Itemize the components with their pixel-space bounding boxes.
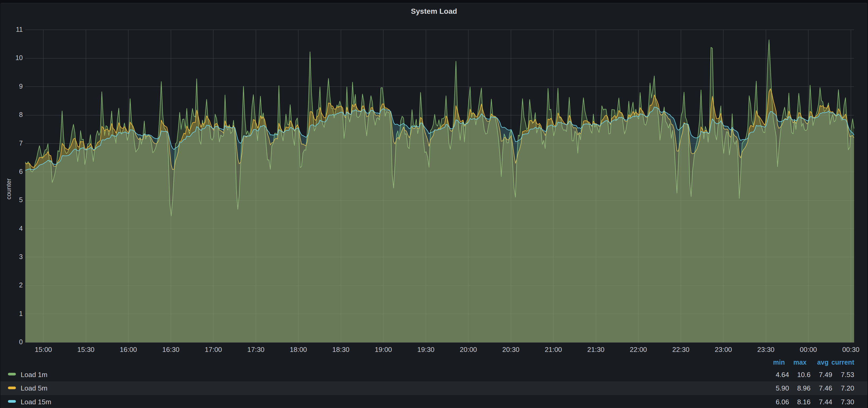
svg-text:22:30: 22:30 (672, 346, 689, 353)
svg-text:18:00: 18:00 (290, 346, 307, 353)
svg-text:5: 5 (19, 196, 23, 203)
svg-text:00:30: 00:30 (842, 346, 860, 353)
svg-text:16:30: 16:30 (162, 346, 180, 353)
svg-text:1: 1 (19, 310, 23, 317)
svg-text:11: 11 (16, 26, 23, 33)
svg-text:7: 7 (19, 139, 23, 147)
svg-text:19:30: 19:30 (417, 346, 435, 353)
svg-text:23:30: 23:30 (757, 346, 775, 353)
svg-text:22:00: 22:00 (630, 346, 647, 353)
svg-text:20:00: 20:00 (460, 346, 477, 353)
svg-text:00:00: 00:00 (800, 346, 817, 353)
svg-text:21:30: 21:30 (587, 346, 604, 353)
svg-text:19:00: 19:00 (375, 346, 392, 353)
svg-text:23:00: 23:00 (715, 346, 732, 353)
svg-text:System Load: System Load (411, 7, 457, 15)
svg-text:10: 10 (16, 54, 23, 61)
svg-text:8: 8 (19, 111, 23, 118)
svg-text:18:30: 18:30 (332, 346, 349, 353)
svg-text:2: 2 (19, 281, 23, 289)
svg-text:17:30: 17:30 (247, 346, 265, 353)
svg-text:counter: counter (5, 178, 12, 200)
svg-text:15:00: 15:00 (35, 346, 52, 353)
svg-text:6: 6 (19, 168, 23, 175)
svg-text:21:00: 21:00 (545, 346, 562, 353)
svg-text:9: 9 (19, 82, 23, 90)
svg-text:3: 3 (19, 253, 23, 260)
svg-text:15:30: 15:30 (77, 346, 95, 353)
svg-text:0: 0 (19, 338, 23, 346)
svg-text:4: 4 (19, 225, 23, 232)
svg-text:16:00: 16:00 (120, 346, 137, 353)
svg-text:20:30: 20:30 (502, 346, 520, 353)
svg-text:17:00: 17:00 (205, 346, 222, 353)
